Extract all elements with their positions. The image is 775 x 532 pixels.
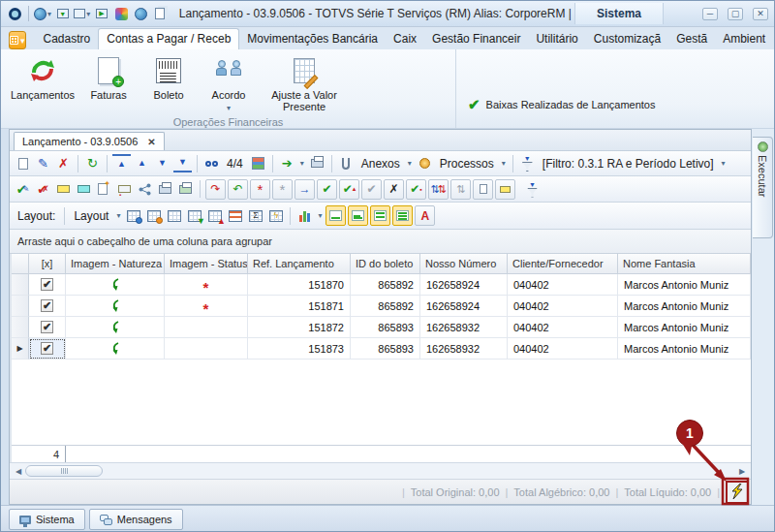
boleto-yellow-icon[interactable] — [54, 180, 73, 199]
align-bottom-toggle[interactable] — [326, 205, 346, 226]
column-header-cliente-fornecedor[interactable]: Cliente/Fornecedor — [508, 254, 618, 274]
layout-sum-icon[interactable]: Σ — [246, 206, 264, 225]
field-yellow-icon[interactable] — [495, 179, 515, 200]
arrow-blue-icon[interactable]: → — [294, 179, 315, 200]
x-black-icon[interactable]: ✗ — [384, 179, 404, 200]
delete-record-icon[interactable]: ✗ — [54, 154, 73, 172]
acordo-dropdown-icon[interactable]: ▾ — [227, 104, 231, 112]
web-globe-icon[interactable] — [133, 6, 149, 21]
executar-side-tab[interactable]: Executar — [753, 137, 773, 238]
grid-view-icon[interactable] — [249, 154, 267, 172]
card-icon[interactable]: ▪ — [115, 180, 134, 199]
filter-icon[interactable]: ▼ — [518, 154, 537, 172]
anexos-dropdown-icon[interactable]: ▾ — [408, 159, 412, 168]
checkbox-checked-icon[interactable]: ✔ — [41, 278, 53, 291]
scrollbar-thumb[interactable] — [25, 465, 103, 477]
layout-options-icon[interactable] — [226, 206, 244, 225]
maximize-button[interactable]: ▢ — [728, 8, 743, 20]
acordo-button[interactable]: Acordo ▾ — [199, 53, 259, 114]
window-run-icon[interactable]: ▶ — [93, 6, 109, 21]
column-header-check[interactable]: [x] — [29, 254, 66, 274]
column-header-imagem-status[interactable]: Imagem - Status — [165, 254, 248, 274]
row-checkbox-cell[interactable]: ✔ — [29, 317, 66, 338]
return-red-icon[interactable]: ↷ — [205, 179, 226, 200]
boleto-cyan-icon[interactable] — [75, 180, 93, 199]
checkbox-checked-icon[interactable]: ✔ — [41, 299, 53, 312]
layout-export-icon[interactable]: ▲ — [205, 206, 224, 225]
groupby-bar[interactable]: Arraste aqui o cabeçalho de uma coluna p… — [10, 230, 751, 254]
ajuste-valor-presente-button[interactable]: Ajuste a Valor Presente — [259, 53, 350, 114]
check-badge-icon[interactable]: ✔▪ — [406, 179, 426, 200]
layout-dropdown-icon[interactable]: ▾ — [116, 211, 120, 220]
checkbox-checked-icon[interactable]: ✔ — [41, 342, 53, 355]
boleto-button[interactable]: Boleto — [139, 53, 199, 103]
edit-record-icon[interactable]: ✎ — [34, 154, 52, 172]
close-document-icon[interactable]: ✕ — [147, 137, 155, 147]
layout-save-icon[interactable] — [124, 206, 142, 225]
new-record-icon[interactable] — [14, 154, 32, 172]
confirm-edit-icon[interactable]: ✔✎ — [14, 180, 32, 199]
lightning-bolt-icon[interactable] — [726, 481, 749, 504]
table-row-current[interactable]: ▶ ✔ 151873 865893 162658932 040402 Marco… — [12, 338, 751, 360]
share-icon[interactable] — [136, 180, 154, 199]
transfer-gray-icon[interactable]: ⇅ — [450, 179, 471, 200]
scroll-right-icon[interactable]: ▶ — [735, 467, 749, 476]
row-checkbox-cell[interactable]: ✔ — [29, 296, 66, 317]
check-gray-icon[interactable]: ✔ — [361, 179, 382, 200]
application-menu-button[interactable]: ▾ — [9, 31, 26, 49]
export-dropdown-icon[interactable]: ▾ — [300, 159, 304, 168]
previous-record-icon[interactable]: ▲ — [133, 154, 151, 172]
table-row[interactable]: ✔ * 151870 865892 162658924 040402 Marco… — [12, 274, 751, 296]
anexos-button[interactable]: Anexos — [361, 157, 400, 171]
tab-gestao-financeira[interactable]: Gestão Financeir — [424, 29, 528, 49]
search-binoculars-icon[interactable] — [202, 154, 221, 172]
align-top-toggle[interactable] — [370, 205, 390, 226]
next-record-icon[interactable]: ▼ — [153, 154, 171, 172]
layout-flash-icon[interactable]: ϟ — [266, 206, 285, 225]
column-header-id-boleto[interactable]: ID do boleto — [351, 254, 420, 274]
context-tab-sistema[interactable]: Sistema — [574, 3, 664, 24]
horizontal-scrollbar[interactable]: ◀ ▶ — [10, 462, 751, 479]
scroll-left-icon[interactable]: ◀ — [12, 467, 25, 476]
align-left-toggle[interactable] — [348, 205, 368, 226]
tab-gestao[interactable]: Gestã — [668, 29, 715, 49]
cancel-edit-icon[interactable]: ✔✗ — [34, 180, 52, 199]
processos-dropdown-icon[interactable]: ▾ — [502, 159, 506, 168]
asterisk-gray-icon[interactable]: * — [272, 179, 293, 200]
layout-add-icon[interactable] — [144, 206, 163, 225]
tab-ambiente[interactable]: Ambient — [715, 29, 773, 49]
check-green-red-icon[interactable]: ✔▴ — [339, 179, 359, 200]
chart-icon[interactable] — [295, 206, 314, 225]
first-record-icon[interactable]: ▲ — [112, 154, 131, 172]
faturas-button[interactable]: + Faturas — [78, 53, 139, 103]
check-green-icon[interactable]: ✔ — [317, 179, 337, 200]
theme-palette-icon[interactable] — [112, 6, 129, 21]
align-full-toggle[interactable] — [392, 205, 413, 226]
baixas-realizadas-option[interactable]: ✔ Baixas Realizadas de Lançamentos — [456, 49, 655, 128]
row-checkbox-cell[interactable]: ✔ — [29, 338, 66, 360]
export-icon[interactable]: ➔ — [278, 154, 296, 172]
bottom-tab-mensagens[interactable]: Mensagens — [89, 509, 183, 530]
tab-contas-a-pagar-receb[interactable]: Contas a Pagar / Receb — [98, 28, 239, 49]
window-icon[interactable]: ▾ — [74, 6, 90, 21]
column-header-nosso-numero[interactable]: Nosso Número — [420, 254, 508, 274]
checkbox-checked-icon[interactable]: ✔ — [41, 321, 53, 333]
column-header-ref-lancamento[interactable]: Ref. Lançamento — [248, 254, 351, 274]
return-green-icon[interactable]: ↶ — [228, 179, 248, 200]
tab-movimentacoes-bancaria[interactable]: Movimentações Bancária — [239, 29, 386, 49]
print-blue-icon[interactable] — [156, 180, 174, 199]
processos-button[interactable]: Processos — [440, 157, 494, 171]
tab-utilitario[interactable]: Utilitário — [528, 29, 585, 49]
new-doc-wizard-icon[interactable]: ✦ — [95, 180, 113, 199]
layout-table-icon[interactable] — [165, 206, 183, 225]
column-header-imagem-natureza[interactable]: Imagem - Natureza — [66, 254, 165, 274]
filter-selector[interactable]: [Filtro: 0.3.1 RA e Período Letivo] — [542, 157, 714, 171]
print-green-icon[interactable] — [176, 180, 195, 199]
layout-dropdown-button[interactable]: Layout — [74, 209, 108, 223]
table-row[interactable]: ✔ 151872 865893 162658932 040402 Marcos … — [12, 317, 751, 338]
asterisk-red-icon[interactable]: * — [250, 179, 270, 200]
window-download-icon[interactable]: ▼ — [54, 6, 71, 21]
refresh-icon[interactable]: ↻ — [83, 154, 102, 172]
filter-dropdown-icon[interactable]: ▾ — [722, 159, 726, 168]
chart-dropdown-icon[interactable]: ▾ — [318, 211, 322, 220]
